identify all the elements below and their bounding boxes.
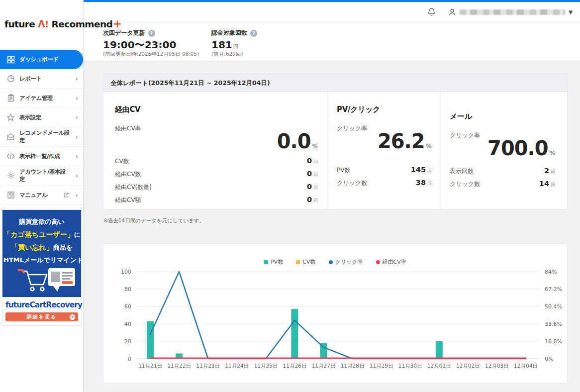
- right-axis-tick: 84%: [545, 269, 557, 275]
- x-axis-tick: 12月01日: [427, 363, 451, 369]
- metric-row-value: 0回: [307, 170, 318, 178]
- sidebar-item-frames[interactable]: 表示枠一覧/作成›: [0, 147, 83, 166]
- billing-label: 課金対象回数: [211, 29, 247, 37]
- sidebar-nav: ダッシュボードレポート›アイテム管理›表示設定›レコメンドメール設定›表示枠一覧…: [0, 50, 83, 205]
- bars-PV数: [147, 309, 443, 359]
- legend-label: クリック率: [335, 258, 363, 266]
- metric-rows: PV数145回クリック数38回: [337, 166, 432, 192]
- bar[interactable]: [147, 321, 154, 359]
- sidebar-item-account[interactable]: アカウント/基本設定›: [0, 166, 83, 186]
- cta-arrow-icon: [70, 314, 75, 320]
- metric-row: 経由CV数0回: [115, 170, 318, 183]
- stats-bar: 次回データ更新 ? 19:00〜23:00 (前回更新日時:2025年12月05…: [84, 22, 580, 61]
- sidebar-item-label: アイテム管理: [19, 95, 71, 102]
- metric-column-1: PV/クリッククリック率26.2%PV数145回クリック数38回: [327, 92, 441, 209]
- chart-legend: PV数CV数クリック率経由CV率: [103, 258, 567, 266]
- x-axis-labels: 11月21日11月22日11月23日11月24日11月25日11月26日11月2…: [138, 363, 538, 369]
- sidebar-item-label: ダッシュボード: [19, 56, 78, 63]
- right-axis-tick: 50.4%: [545, 303, 562, 310]
- mail-bubble: [48, 268, 75, 292]
- sidebar-item-label: レポート: [19, 75, 71, 83]
- promo-banner[interactable]: 購買意欲の高い 「カゴ落ちユーザー」に 「買い忘れ」商品を HTMLメールでリマ…: [2, 209, 82, 326]
- legend-item[interactable]: 経由CV率: [376, 258, 406, 266]
- banner-cta-button[interactable]: 詳細を見る: [5, 312, 78, 321]
- right-axis-tick: 0%: [545, 356, 553, 362]
- right-axis-tick: 67.2%: [545, 286, 562, 293]
- banner-line-1: 購買意欲の高い: [3, 215, 80, 228]
- billing-label-row: 課金対象回数 ?: [211, 29, 320, 37]
- report-columns: 経由CV経由CV率0.0%CV数0回経由CV数0回経由CV(数量)0回経由CV額…: [103, 92, 567, 209]
- x-axis-tick: 11月29日: [370, 363, 393, 369]
- legend-item[interactable]: PV数: [264, 258, 283, 266]
- sidebar-item-items[interactable]: アイテム管理›: [0, 89, 83, 108]
- caret-down-icon: ▼: [569, 9, 573, 15]
- metric-row-value: 14回: [539, 180, 555, 188]
- metric-row: PV数145回: [337, 166, 432, 179]
- metric-row-label: PV数: [337, 166, 350, 175]
- sidebar-item-label: マニュアル: [19, 192, 59, 199]
- metric-row-value: 0回: [307, 157, 318, 165]
- primary-metric-unit: %: [550, 150, 555, 157]
- line-クリック率[interactable]: [150, 272, 526, 359]
- left-axis-tick: 40: [124, 321, 131, 327]
- metric-row-value: 0回: [307, 183, 318, 191]
- left-axis-tick: 0: [128, 356, 131, 362]
- metric-row-label: 経由CV数: [115, 170, 141, 179]
- account-name-redacted: [460, 9, 565, 15]
- metric-row-label: 経由CV(数量): [115, 183, 152, 192]
- legend-item[interactable]: クリック率: [329, 258, 363, 266]
- logo-plus-icon: +: [113, 18, 121, 30]
- billing-value: 181回: [211, 39, 320, 50]
- banner-cta-label: 詳細を見る: [27, 313, 57, 320]
- help-icon[interactable]: ?: [250, 30, 257, 37]
- banner-line-2: 「カゴ落ちユーザー」に: [3, 228, 80, 241]
- external-link-icon: [63, 192, 70, 198]
- billing-count-stat: 課金対象回数 ? 181回 (前月:629回): [211, 29, 320, 61]
- sidebar-item-dashboard[interactable]: ダッシュボード: [0, 50, 83, 69]
- sidebar-item-report[interactable]: レポート›: [0, 69, 83, 89]
- account-menu[interactable]: ▼: [448, 8, 573, 16]
- next-update-label-row: 次回データ更新 ?: [103, 29, 211, 37]
- manual-icon: [6, 191, 15, 199]
- billing-unit: 回: [233, 44, 238, 49]
- next-update-stat: 次回データ更新 ? 19:00〜23:00 (前回更新日時:2025年12月05…: [103, 29, 211, 61]
- metric-rows: 表示回数2回クリック数14回: [450, 167, 555, 193]
- promo-banner-body: 購買意欲の高い 「カゴ落ちユーザー」に 「買い忘れ」商品を HTMLメールでリマ…: [2, 210, 81, 297]
- bar[interactable]: [291, 309, 298, 359]
- legend-marker-icon: [264, 260, 268, 264]
- right-axis-tick: 33.6%: [545, 321, 562, 327]
- report-title: 全体レポート(2025年11月21日 ~ 2025年12月04日): [103, 74, 567, 92]
- legend-marker-icon: [376, 260, 380, 264]
- x-axis-tick: 12月03日: [485, 363, 509, 369]
- metric-row-value: 2回: [544, 167, 555, 175]
- display-icon: [6, 113, 15, 122]
- sidebar-item-manual[interactable]: マニュアル›: [0, 186, 83, 205]
- dashboard-icon: [6, 55, 15, 64]
- sidebar-item-mail[interactable]: レコメンドメール設定›: [0, 127, 83, 147]
- bar[interactable]: [436, 341, 443, 359]
- legend-label: CV数: [302, 258, 315, 266]
- help-icon[interactable]: ?: [148, 30, 155, 37]
- x-axis-tick: 11月30日: [398, 363, 422, 369]
- mail-icon: [6, 133, 15, 141]
- primary-metric-unit: %: [426, 143, 432, 150]
- left-axis-tick: 20: [124, 338, 131, 345]
- metric-row: クリック数38回: [337, 179, 432, 192]
- x-axis-tick: 11月24日: [225, 363, 249, 369]
- metric-row: 表示回数2回: [450, 167, 555, 180]
- notification-bell-icon[interactable]: [427, 7, 436, 16]
- user-icon: [448, 8, 456, 16]
- x-axis-tick: 12月04日: [514, 363, 538, 369]
- metric-row-label: 経由CV額: [115, 196, 141, 204]
- primary-metric-value: 26.2: [378, 130, 425, 153]
- primary-metric-value-row: 0.0%: [115, 130, 318, 153]
- legend-marker-icon: [296, 260, 300, 264]
- metric-row-label: 表示回数: [450, 167, 474, 176]
- main-area: ▼ 次回データ更新 ? 19:00〜23:00 (前回更新日時:2025年12月…: [84, 0, 580, 392]
- legend-item[interactable]: CV数: [296, 258, 315, 266]
- metric-row-label: クリック数: [337, 179, 367, 188]
- chevron-right-icon: ›: [75, 192, 78, 198]
- next-update-value: 19:00〜23:00: [103, 39, 211, 50]
- sidebar-item-display[interactable]: 表示設定›: [0, 108, 83, 127]
- cart-mail-illustration: [3, 267, 80, 294]
